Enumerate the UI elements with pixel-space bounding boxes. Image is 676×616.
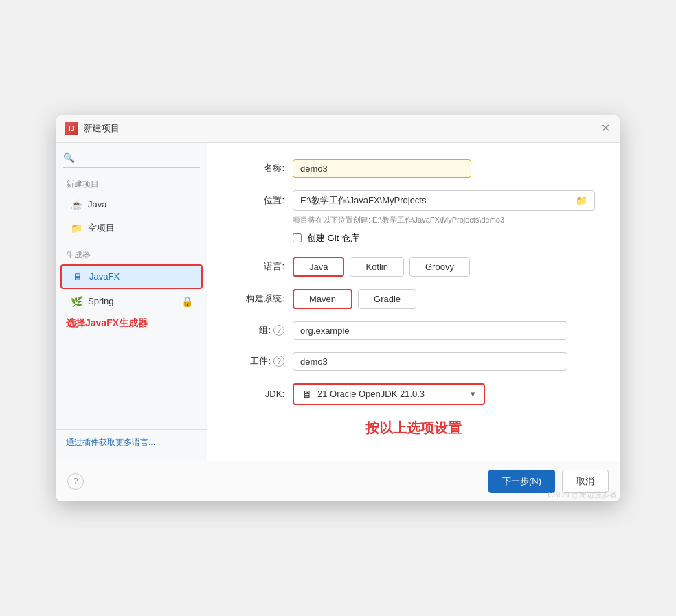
name-row: 名称: [229,159,598,178]
search-icon: 🔍 [63,152,74,163]
titlebar: IJ 新建项目 ✕ [56,115,620,143]
jdk-label: JDK: [229,389,284,399]
javafx-icon: 🖥 [71,271,84,283]
build-options: Maven Gradle [293,289,416,309]
name-input[interactable] [293,159,471,178]
generators-section-label: 生成器 [56,247,207,264]
sidebar: 🔍 新建项目 ☕ Java 📁 空项目 生成器 🖥 JavaFX 🌿 [56,143,207,461]
language-label: 语言: [229,260,284,273]
jdk-dropdown[interactable]: 🖥 21 Oracle OpenJDK 21.0.3 ▾ [293,383,485,405]
sidebar-item-empty-label: 空项目 [88,222,115,234]
language-java-btn[interactable]: Java [293,257,344,277]
jdk-value: 21 Oracle OpenJDK 21.0.3 [317,389,425,399]
dialog-footer: ? 下一步(N) 取消 [56,461,620,501]
artifact-help-icon[interactable]: ? [273,356,284,367]
git-checkbox-row[interactable]: 创建 Git 仓库 [293,232,598,244]
watermark: CSDN @海边漫步者 [545,488,620,501]
jdk-dropdown-left: 🖥 21 Oracle OpenJDK 21.0.3 [302,389,425,400]
language-groovy-btn[interactable]: Groovy [409,257,470,277]
sidebar-item-empty[interactable]: 📁 空项目 [60,217,203,239]
group-input[interactable] [293,321,567,340]
dialog-title: 新建项目 [84,122,120,135]
app-icon: IJ [65,122,78,135]
artifact-input[interactable] [293,352,567,371]
build-maven-btn[interactable]: Maven [293,289,352,309]
sidebar-annotation: 选择JavaFX生成器 [56,313,207,334]
lock-icon: 🔒 [181,296,193,307]
build-label: 构建系统: [229,293,284,305]
sidebar-item-spring-label: Spring [88,296,114,306]
chevron-down-icon: ▾ [471,389,475,399]
help-button[interactable]: ? [67,473,84,490]
sidebar-item-java[interactable]: ☕ Java [60,194,203,216]
group-label: 组: ? [229,324,284,336]
git-checkbox-label: 创建 Git 仓库 [307,232,359,244]
main-content: 名称: 位置: E:\教学工作\JavaFX\MyProjects 📁 项目将在… [207,143,620,461]
sidebar-item-javafx[interactable]: 🖥 JavaFX [60,264,203,289]
search-input[interactable] [78,152,200,163]
main-annotation: 按以上选项设置 [229,419,598,437]
sidebar-item-spring[interactable]: 🌿 Spring 🔒 [60,290,203,312]
folder-browse-icon[interactable]: 📁 [576,195,587,206]
new-project-section-label: 新建项目 [56,176,207,193]
java-icon: ☕ [70,198,82,211]
group-row: 组: ? [229,321,598,340]
more-languages-link[interactable]: 通过插件获取更多语言... [66,437,155,447]
sidebar-search-bar[interactable]: 🔍 [63,152,200,168]
jdk-row: JDK: 🖥 21 Oracle OpenJDK 21.0.3 ▾ [229,383,598,405]
language-row: 语言: Java Kotlin Groovy [229,257,598,277]
artifact-row: 工件: ? [229,352,598,371]
location-input-container[interactable]: E:\教学工作\JavaFX\MyProjects 📁 [293,190,595,211]
empty-project-icon: 📁 [70,222,82,234]
spring-icon: 🌿 [70,295,82,308]
dialog-body: 🔍 新建项目 ☕ Java 📁 空项目 生成器 🖥 JavaFX 🌿 [56,143,620,461]
name-label: 名称: [229,162,284,174]
language-kotlin-btn[interactable]: Kotlin [350,257,404,277]
git-checkbox[interactable] [293,233,302,242]
sidebar-item-javafx-label: JavaFX [89,271,120,282]
sidebar-item-java-label: Java [88,199,106,209]
group-help-icon[interactable]: ? [273,325,284,336]
language-options: Java Kotlin Groovy [293,257,470,277]
build-gradle-btn[interactable]: Gradle [358,289,416,309]
location-value: E:\教学工作\JavaFX\MyProjects [300,194,426,207]
close-button[interactable]: ✕ [601,123,610,134]
location-row: 位置: E:\教学工作\JavaFX\MyProjects 📁 [229,190,598,211]
jdk-icon: 🖥 [302,389,312,400]
sidebar-bottom: 通过插件获取更多语言... [56,429,207,455]
location-hint: 项目将在以下位置创建: E:\教学工作\JavaFX\MyProjects\de… [293,215,598,225]
build-row: 构建系统: Maven Gradle [229,289,598,309]
location-label: 位置: [229,194,284,207]
artifact-label: 工件: ? [229,355,284,367]
